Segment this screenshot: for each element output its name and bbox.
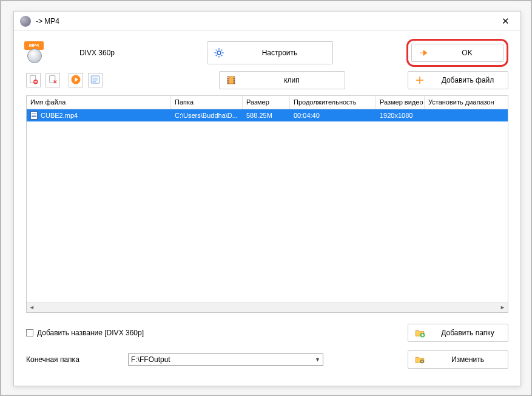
col-range[interactable]: Установить диапазон (425, 96, 508, 109)
checkbox-icon (26, 329, 33, 336)
setup-button[interactable]: Настроить (207, 41, 333, 64)
cell-size: 588.25M (243, 112, 290, 119)
svg-rect-18 (234, 79, 235, 80)
table-header: Имя файла Папка Размер Продолжительность… (27, 96, 508, 109)
format-icon: MP4 (26, 43, 43, 63)
add-title-label: Добавить название [DIVX 360p] (37, 329, 144, 337)
close-button[interactable]: ✕ (496, 16, 514, 27)
main-window: -> MP4 ✕ MP4 DIVX 360p Настроить (13, 11, 521, 386)
clip-button-label: клип (244, 76, 340, 84)
folder-gear-icon (413, 353, 426, 366)
cell-folder: C:\Users\Buddha\D... (171, 112, 243, 119)
svg-rect-3 (35, 81, 38, 83)
file-table: Имя файла Папка Размер Продолжительность… (26, 95, 508, 313)
svg-rect-16 (227, 83, 229, 84)
plus-icon (413, 73, 426, 87)
document-x-icon (47, 74, 58, 86)
change-button-label: Изменить (433, 355, 503, 364)
output-path-combo[interactable]: F:\FFOutput ▼ (128, 353, 323, 366)
svg-rect-6 (91, 76, 99, 83)
file-icon (30, 111, 38, 120)
titlebar: -> MP4 ✕ (14, 12, 520, 31)
table-row[interactable]: CUBE2.mp4 C:\Users\Buddha\D... 588.25M 0… (27, 109, 508, 121)
svg-point-0 (217, 51, 221, 55)
scroll-left-icon[interactable]: ◄ (27, 302, 37, 313)
col-duration[interactable]: Продолжительность (290, 96, 376, 109)
svg-rect-17 (234, 77, 235, 78)
output-path-value: F:\FFOutput (131, 355, 170, 364)
app-icon (20, 16, 31, 27)
chevron-down-icon: ▼ (315, 357, 320, 363)
delete-file-button[interactable] (45, 73, 60, 87)
table-body-empty[interactable] (27, 121, 508, 302)
setup-button-label: Настроить (232, 49, 328, 57)
add-folder-button-label: Добавить папку (433, 329, 503, 337)
ok-button-label: OK (436, 49, 498, 57)
change-button[interactable]: Изменить (408, 350, 508, 369)
horizontal-scrollbar[interactable]: ◄ ► (27, 302, 508, 312)
remove-file-button[interactable] (26, 73, 41, 87)
details-button[interactable] (88, 73, 103, 87)
window-title: -> MP4 (36, 17, 59, 26)
cell-filename: CUBE2.mp4 (41, 112, 78, 119)
clip-button[interactable]: клип (219, 71, 345, 89)
list-icon (90, 74, 101, 86)
play-button[interactable] (69, 73, 83, 87)
svg-rect-15 (227, 81, 229, 82)
folder-plus-icon (413, 326, 426, 340)
svg-rect-19 (234, 81, 235, 82)
play-icon (70, 74, 81, 86)
col-filename[interactable]: Имя файла (27, 96, 171, 109)
output-folder-label: Конечная папка (26, 355, 128, 364)
scroll-right-icon[interactable]: ► (497, 302, 508, 313)
cell-duration: 00:04:40 (290, 112, 376, 119)
arrow-right-icon (417, 46, 430, 60)
gear-icon (212, 46, 226, 60)
col-videosize[interactable]: Размер видео (376, 96, 425, 109)
col-folder[interactable]: Папка (171, 96, 243, 109)
col-size[interactable]: Размер (243, 96, 290, 109)
add-folder-button[interactable]: Добавить папку (408, 324, 508, 342)
svg-rect-13 (227, 77, 229, 78)
ok-button-highlight: OK (406, 39, 508, 67)
add-title-checkbox[interactable]: Добавить название [DIVX 360p] (26, 329, 144, 337)
svg-rect-14 (227, 79, 229, 80)
add-file-button[interactable]: Добавить файл (408, 71, 508, 89)
preset-label: DIVX 360p (79, 49, 207, 57)
filmstrip-icon (224, 73, 238, 87)
svg-rect-20 (234, 83, 235, 84)
document-minus-icon (28, 74, 39, 86)
add-file-button-label: Добавить файл (433, 76, 503, 84)
cell-videosize: 1920x1080 (376, 112, 425, 119)
ok-button[interactable]: OK (411, 44, 503, 62)
